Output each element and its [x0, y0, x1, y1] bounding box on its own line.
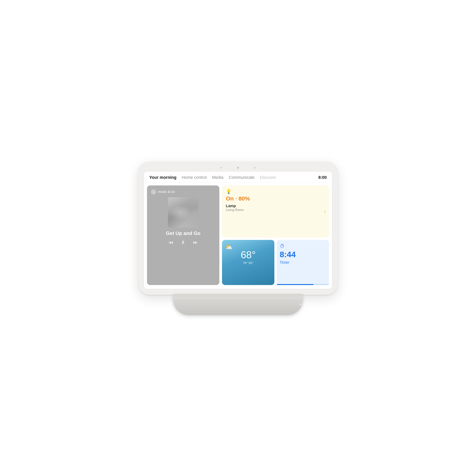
- music-header: ♫ music & co: [151, 189, 216, 195]
- lamp-room: Living Room: [226, 208, 325, 212]
- device-frame: Your morning Home control Media Communic…: [138, 161, 338, 295]
- weather-range: 76° 65°: [225, 261, 271, 265]
- weather-card[interactable]: ⛅ 68° 76° 65°: [222, 240, 274, 285]
- camera-dot-right: [254, 167, 256, 169]
- nav-item-media[interactable]: Media: [212, 175, 223, 180]
- album-art-texture: [168, 197, 198, 228]
- lamp-icon: 💡: [226, 189, 325, 194]
- music-note-icon: ♫: [153, 190, 155, 193]
- right-panel: 💡 On · 80% Lamp Living Room › ⛅ 68° 76° …: [222, 186, 329, 285]
- nav-bar: Your morning Home control Media Communic…: [144, 171, 332, 183]
- next-button[interactable]: ⏭: [193, 240, 198, 245]
- device-screen: Your morning Home control Media Communic…: [144, 171, 332, 289]
- clock-display: 8:00: [318, 175, 327, 180]
- timer-progress-bar-container: [277, 284, 329, 285]
- prev-button[interactable]: ⏮: [169, 240, 173, 245]
- timer-time-display: 8:44: [280, 250, 326, 259]
- power-cable: [299, 304, 303, 305]
- song-title: Get Up and Go: [151, 230, 216, 236]
- album-art: [168, 197, 198, 228]
- lamp-status: On · 80%: [226, 195, 325, 202]
- music-app-icon: ♫: [151, 189, 156, 195]
- weather-temperature: 68°: [225, 249, 271, 260]
- pause-button[interactable]: ⏸: [181, 240, 186, 245]
- timer-icon: ⏱: [280, 243, 326, 249]
- music-controls: ⏮ ⏸ ⏭: [151, 240, 216, 245]
- google-nest-hub-device: Your morning Home control Media Communic…: [138, 161, 338, 315]
- timer-label: Timer: [280, 260, 326, 265]
- chevron-right-icon: ›: [324, 209, 325, 214]
- music-card[interactable]: ♫ music & co Get Up and Go ⏮ ⏸ ⏭: [147, 186, 219, 285]
- lamp-name: Lamp: [226, 204, 325, 208]
- nav-item-discover[interactable]: Discover: [260, 175, 276, 180]
- weather-cloud-icon: ⛅: [225, 243, 233, 251]
- timer-progress-bar-fill: [277, 284, 313, 285]
- nav-item-communicate[interactable]: Communicate: [229, 175, 255, 180]
- timer-card[interactable]: ⏱ 8:44 Timer: [277, 240, 329, 285]
- bottom-row: ⛅ 68° 76° 65° ⏱ 8:44 Timer: [222, 240, 329, 285]
- speaker-base: [173, 294, 303, 315]
- camera-bar: [144, 167, 332, 169]
- nav-item-your-morning[interactable]: Your morning: [149, 175, 176, 180]
- content-area: ♫ music & co Get Up and Go ⏮ ⏸ ⏭: [144, 183, 332, 288]
- camera-dot-center: [237, 167, 239, 169]
- music-source-label: music & co: [158, 190, 175, 194]
- camera-dot-left: [220, 167, 222, 169]
- nav-item-home-control[interactable]: Home control: [182, 175, 207, 180]
- lamp-card[interactable]: 💡 On · 80% Lamp Living Room ›: [222, 186, 329, 238]
